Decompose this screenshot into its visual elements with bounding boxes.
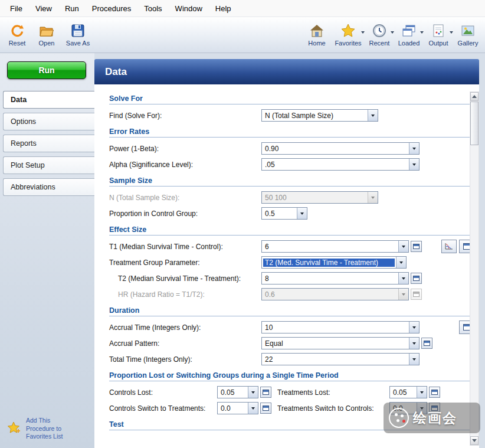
section-solve-for: Solve For (109, 94, 474, 104)
t2-select[interactable]: 8 (261, 272, 409, 285)
dropdown-arrow-icon (398, 273, 408, 284)
dropdown-arrow-icon (409, 338, 419, 349)
scroll-up-button[interactable] (470, 92, 479, 101)
n-total-value: 50 100 (262, 194, 368, 202)
loaded-button[interactable]: Loaded (394, 17, 424, 53)
row-t1: T1 (Median Survival Time - Control): 6 (109, 238, 474, 254)
recent-icon (372, 23, 387, 38)
row-find: Find (Solve For): N (Total Sample Size) (109, 107, 474, 123)
vertical-scrollbar[interactable] (470, 91, 479, 446)
treatments-lost-list-button[interactable] (429, 387, 440, 398)
scrollbar-thumb[interactable] (470, 102, 479, 145)
section-title: Sample Size (109, 176, 152, 185)
t2-list-button[interactable] (411, 273, 422, 284)
scroll-down-button[interactable] (470, 436, 479, 445)
dropdown-arrow-icon (248, 403, 258, 414)
treatments-switch-select[interactable]: 0.0 (389, 402, 427, 414)
toolbar: Reset Open Save As Home Favorites (0, 17, 485, 53)
sidebar-tabs: Data Options Reports Plot Setup Abbrevia… (3, 91, 94, 200)
run-button[interactable]: Run (7, 61, 86, 79)
menu-item-tools[interactable]: Tools (137, 1, 168, 17)
power-select[interactable]: 0.90 (261, 142, 420, 155)
t1-list-button[interactable] (411, 241, 422, 252)
menu-item-help[interactable]: Help (209, 1, 238, 17)
recent-button[interactable]: Recent (365, 17, 394, 53)
treatment-param-select[interactable]: T2 (Med. Survival Time - Treatment) (261, 256, 407, 269)
controls-lost-select[interactable]: 0.05 (217, 386, 258, 398)
section-sample-size: Sample Size (109, 176, 474, 187)
treatments-lost-value: 0.05 (390, 388, 417, 397)
prop-control-select[interactable]: 0.5 (261, 207, 307, 220)
reset-label: Reset (9, 40, 26, 47)
sidebar: Run Data Options Reports Plot Setup Abbr… (0, 53, 94, 448)
add-to-favorites-link[interactable]: Add This Procedure to Favorites List (7, 417, 63, 441)
row-n-total: N (Total Sample Size): 50 100 (109, 189, 474, 205)
row-hr: HR (Hazard Ratio = T1/T2): 0.6 (109, 286, 474, 302)
dropdown-arrow-icon (396, 257, 406, 268)
menu-item-window[interactable]: Window (169, 1, 209, 17)
section-title: Proportion Lost or Switching Groups duri… (109, 371, 339, 380)
prop-control-label: Proportion in Control Group: (109, 210, 261, 218)
treatments-switch-list-button[interactable] (429, 403, 440, 414)
hr-value: 0.6 (262, 290, 398, 299)
controls-switch-value: 0.0 (218, 404, 248, 413)
home-icon (309, 23, 325, 38)
window-icon (431, 390, 438, 395)
treatments-switch-label: Treatments Switch to Controls: (271, 404, 389, 413)
controls-switch-list-button[interactable] (260, 403, 271, 414)
menu-item-view[interactable]: View (29, 1, 58, 17)
recent-label: Recent (369, 40, 390, 47)
menu-item-run[interactable]: Run (58, 1, 86, 17)
section-title: Effect Size (109, 225, 146, 234)
row-alpha: Alpha (Significance Level): .05 (109, 156, 474, 172)
tab-plot-setup[interactable]: Plot Setup (3, 156, 94, 174)
accrual-time-select[interactable]: 10 (261, 321, 420, 333)
window-icon (263, 390, 269, 395)
effect-size-plot-button[interactable] (441, 240, 457, 253)
accrual-time-value: 10 (262, 323, 409, 332)
tab-data[interactable]: Data (3, 91, 94, 109)
gallery-button[interactable]: Gallery (453, 17, 483, 53)
dropdown-arrow-icon (297, 208, 307, 219)
menu-item-procedures[interactable]: Procedures (86, 1, 137, 17)
accrual-pattern-select[interactable]: Equal (261, 337, 420, 349)
tab-abbreviations[interactable]: Abbreviations (3, 178, 94, 196)
controls-lost-list-button[interactable] (260, 387, 271, 398)
n-total-select-disabled: 50 100 (261, 191, 378, 204)
accrual-pattern-list-button[interactable] (421, 338, 432, 349)
panel-header: Data (94, 59, 479, 84)
open-button[interactable]: Open (32, 17, 61, 53)
total-time-select[interactable]: 22 (261, 353, 420, 365)
tab-options[interactable]: Options (3, 113, 94, 130)
row-accrual-pattern: Accrual Pattern: Equal (109, 335, 474, 351)
save-as-button[interactable]: Save As (61, 17, 94, 53)
gallery-icon (460, 23, 476, 38)
section-title: Error Rates (109, 127, 149, 136)
controls-switch-select[interactable]: 0.0 (217, 402, 258, 414)
alpha-select[interactable]: .05 (261, 158, 420, 171)
find-select[interactable]: N (Total Sample Size) (261, 109, 378, 122)
t1-select[interactable]: 6 (261, 240, 409, 253)
window-icon (413, 276, 420, 281)
alpha-label: Alpha (Significance Level): (109, 161, 261, 169)
find-value: N (Total Sample Size) (262, 112, 368, 120)
treatments-lost-select[interactable]: 0.05 (389, 386, 427, 398)
reset-button[interactable]: Reset (2, 17, 32, 53)
loaded-label: Loaded (398, 40, 420, 47)
window-icon (431, 406, 438, 411)
home-button[interactable]: Home (302, 17, 332, 53)
favorites-star-icon (7, 421, 21, 436)
controls-lost-label: Controls Lost: (109, 388, 217, 397)
hr-select-disabled: 0.6 (261, 288, 409, 300)
favorites-label: Favorites (335, 40, 361, 47)
main-panel: Data Solve For Find (Solve For): N (Tota… (94, 59, 479, 448)
output-label: Output (428, 40, 448, 47)
loaded-icon (401, 23, 417, 38)
dropdown-arrow-icon (409, 354, 419, 365)
treatments-switch-value: 0.0 (390, 404, 417, 413)
dropdown-arrow-icon (417, 387, 427, 398)
favorites-button[interactable]: Favorites (332, 17, 365, 53)
menu-item-file[interactable]: File (4, 1, 29, 17)
tab-reports[interactable]: Reports (3, 135, 94, 152)
output-button[interactable]: Output (424, 17, 453, 53)
